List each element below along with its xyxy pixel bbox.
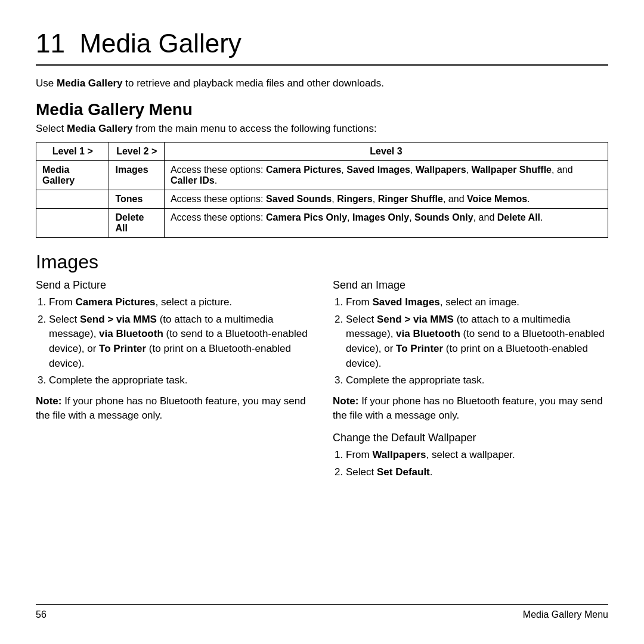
send-image-heading: Send an Image xyxy=(333,279,608,292)
two-column-layout: Send a Picture From Camera Pictures, sel… xyxy=(36,279,608,604)
change-wallpaper-steps: From Wallpapers, select a wallpaper. Sel… xyxy=(346,448,608,479)
chapter-title: 11 Media Gallery xyxy=(36,29,608,66)
table-cell-l2-r3: Delete All xyxy=(109,209,164,238)
table-cell-l3-r3: Access these options: Camera Pics Only, … xyxy=(164,209,608,238)
left-column: Send a Picture From Camera Pictures, sel… xyxy=(36,279,311,604)
list-item: Select Send > via MMS (to attach to a mu… xyxy=(49,312,311,371)
send-image-note: Note: If your phone has no Bluetooth fea… xyxy=(333,394,608,423)
send-picture-steps: From Camera Pictures, select a picture. … xyxy=(49,295,311,388)
change-wallpaper-heading: Change the Default Wallpaper xyxy=(333,432,608,444)
table-row: Tones Access these options: Saved Sounds… xyxy=(36,190,608,209)
send-image-steps: From Saved Images, select an image. Sele… xyxy=(346,295,608,388)
table-cell-l2-r1: Images xyxy=(109,161,164,190)
menu-table: Level 1 > Level 2 > Level 3 Media Galler… xyxy=(36,142,608,238)
list-item: Select Set Default. xyxy=(346,465,608,480)
table-cell-l1-r1: Media Gallery xyxy=(36,161,109,190)
table-row: Media Gallery Images Access these option… xyxy=(36,161,608,190)
list-item: Complete the appropriate task. xyxy=(49,373,311,388)
images-section-heading: Images xyxy=(36,251,608,273)
right-column: Send an Image From Saved Images, select … xyxy=(333,279,608,604)
list-item: From Wallpapers, select a wallpaper. xyxy=(346,448,608,463)
list-item: From Camera Pictures, select a picture. xyxy=(49,295,311,310)
list-item: From Saved Images, select an image. xyxy=(346,295,608,310)
table-header-level1: Level 1 > xyxy=(36,143,109,161)
table-row: Delete All Access these options: Camera … xyxy=(36,209,608,238)
footer-page-number: 56 xyxy=(36,609,47,620)
table-header-level3: Level 3 xyxy=(164,143,608,161)
page: 11 Media Gallery Use Media Gallery to re… xyxy=(0,0,644,644)
list-item: Complete the appropriate task. xyxy=(346,373,608,388)
menu-section-subtext: Select Media Gallery from the main menu … xyxy=(36,123,608,135)
intro-text: Use Media Gallery to retrieve and playba… xyxy=(36,78,608,89)
table-cell-l3-r2: Access these options: Saved Sounds, Ring… xyxy=(164,190,608,209)
footer-section-label: Media Gallery Menu xyxy=(523,609,608,620)
send-picture-heading: Send a Picture xyxy=(36,279,311,292)
table-cell-l1-r3 xyxy=(36,209,109,238)
page-footer: 56 Media Gallery Menu xyxy=(36,604,608,620)
menu-section-heading: Media Gallery Menu xyxy=(36,100,608,119)
send-picture-note: Note: If your phone has no Bluetooth fea… xyxy=(36,394,311,423)
table-cell-l2-r2: Tones xyxy=(109,190,164,209)
list-item: Select Send > via MMS (to attach to a mu… xyxy=(346,312,608,371)
table-cell-l3-r1: Access these options: Camera Pictures, S… xyxy=(164,161,608,190)
table-cell-l1-r2 xyxy=(36,190,109,209)
table-header-level2: Level 2 > xyxy=(109,143,164,161)
